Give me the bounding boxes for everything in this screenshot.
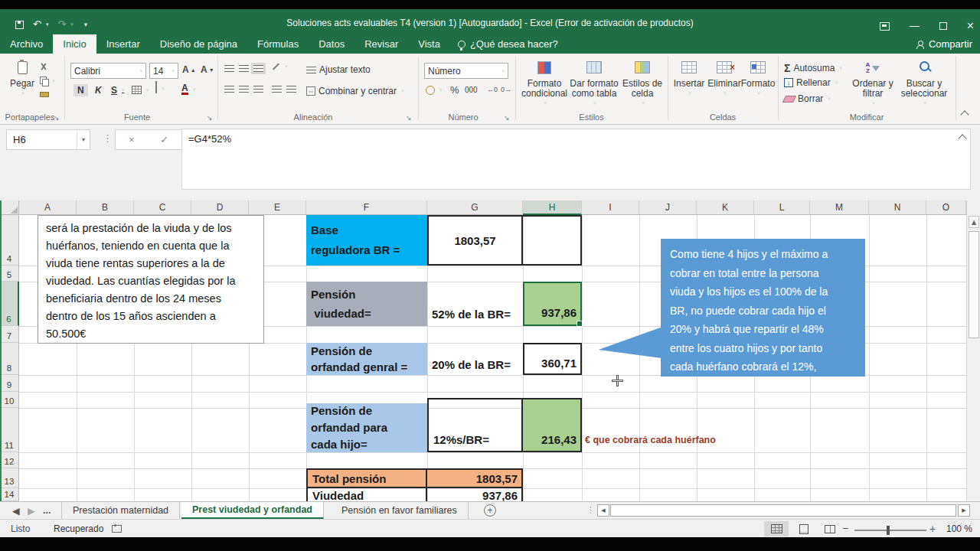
row-header-14[interactable]: 14 bbox=[0, 488, 19, 501]
callout-bubble[interactable]: Como tiene 4 hijos y el máximo a cobrar … bbox=[661, 239, 865, 377]
row-header-9[interactable]: 9 bbox=[0, 375, 19, 392]
maximize-icon[interactable] bbox=[939, 22, 947, 30]
autosum-button[interactable]: Σ Autosuma ▾ bbox=[784, 62, 842, 74]
paste-button[interactable]: Pegar ▾ bbox=[6, 61, 38, 99]
row-header-6[interactable]: 6 bbox=[0, 282, 19, 326]
column-header-l[interactable]: L bbox=[754, 201, 810, 215]
collapse-formula-bar-icon[interactable] bbox=[958, 134, 966, 142]
cell-f13-total-label[interactable]: Total pensión bbox=[306, 468, 427, 488]
column-header-a[interactable]: A bbox=[19, 201, 77, 215]
cell-i11-huerfano-note[interactable]: € que cobrará cada huérfano bbox=[585, 435, 716, 445]
collapse-ribbon-icon[interactable] bbox=[960, 110, 969, 119]
macro-record-icon[interactable] bbox=[112, 525, 122, 533]
cell-h11-hijo-value[interactable]: 216,43 bbox=[523, 398, 582, 452]
scroll-left-icon[interactable]: ◀ bbox=[597, 504, 609, 517]
fill-button[interactable]: ↓ Rellenar ▾ bbox=[784, 77, 838, 88]
cell-styles-button[interactable]: Estilos de celda▾ bbox=[620, 61, 665, 109]
column-header-g[interactable]: G bbox=[427, 201, 523, 215]
cell-f8-orfandad-label[interactable]: Pensión de orfandad genral = bbox=[306, 343, 427, 375]
merge-center-button[interactable]: ⇔ Combinar y centrar ▾ bbox=[306, 86, 404, 96]
zoom-slider-track[interactable] bbox=[854, 530, 926, 531]
column-header-j[interactable]: J bbox=[639, 201, 697, 215]
tab-revisar[interactable]: Revisar bbox=[354, 34, 408, 54]
cell-h4-empty[interactable] bbox=[523, 215, 582, 266]
column-header-i[interactable]: I bbox=[582, 201, 639, 215]
cancel-icon[interactable]: × bbox=[129, 134, 135, 145]
italic-button[interactable]: K bbox=[92, 84, 105, 96]
view-normal-button[interactable] bbox=[764, 521, 789, 536]
align-right-icon[interactable] bbox=[253, 86, 263, 93]
zoom-in-button[interactable]: + bbox=[929, 523, 936, 535]
find-select-button[interactable]: Buscar y seleccionar▾ bbox=[897, 61, 951, 109]
row-header-7[interactable]: 7 bbox=[0, 326, 19, 343]
increase-font-button[interactable]: A▲ bbox=[182, 64, 196, 75]
column-header-f[interactable]: F bbox=[306, 201, 427, 215]
borders-button[interactable]: ▾ bbox=[132, 86, 149, 94]
sort-filter-button[interactable]: AZ Ordenar y filtrar▾ bbox=[850, 61, 896, 109]
column-header-m[interactable]: M bbox=[810, 201, 869, 215]
fill-color-button[interactable]: ▾ bbox=[155, 84, 165, 93]
row-header-11[interactable]: 11 bbox=[0, 408, 19, 452]
tab-scroll-right-icon[interactable]: ▶ bbox=[28, 502, 35, 519]
align-center-icon[interactable] bbox=[239, 86, 249, 93]
column-header-h[interactable]: H bbox=[523, 201, 582, 215]
align-bottom-icon[interactable] bbox=[253, 65, 263, 72]
scroll-up-icon[interactable]: ▲ bbox=[969, 216, 979, 228]
bold-button[interactable]: N bbox=[74, 84, 88, 96]
column-header-c[interactable]: C bbox=[134, 201, 191, 215]
recovered-button[interactable]: Recuperado bbox=[54, 523, 103, 534]
row-header-8[interactable]: 8 bbox=[0, 343, 19, 375]
underline-button[interactable]: S▾ bbox=[108, 84, 128, 96]
align-left-icon[interactable] bbox=[224, 86, 234, 93]
fill-handle[interactable] bbox=[577, 321, 583, 327]
format-cells-button[interactable]: Formato▾ bbox=[741, 61, 775, 99]
dialog-launcher-icon[interactable]: ↘ bbox=[54, 114, 60, 122]
tell-me-box[interactable]: ¿Qué desea hacer? bbox=[450, 34, 566, 54]
increase-decimal-button[interactable]: ←0 bbox=[487, 86, 498, 93]
align-top-icon[interactable] bbox=[224, 65, 234, 72]
cell-f6-viudedad-label[interactable]: Pensión viudedad= bbox=[306, 282, 427, 326]
column-header-e[interactable]: E bbox=[249, 201, 306, 215]
column-header-k[interactable]: K bbox=[697, 201, 754, 215]
horizontal-scrollbar[interactable] bbox=[610, 504, 956, 517]
orientation-button[interactable]: ▾ bbox=[272, 64, 288, 70]
tab-insertar[interactable]: Insertar bbox=[96, 34, 150, 54]
cut-button[interactable] bbox=[40, 63, 47, 70]
cell-g13-total-value[interactable]: 1803,57 bbox=[427, 468, 523, 488]
sheet-tab-prest-viudedad-y-orfandad[interactable]: Prest viudedad y orfandad bbox=[181, 502, 324, 519]
row-header-12[interactable]: 12 bbox=[0, 452, 19, 468]
cell-f11-hijo-label[interactable]: Pensión de orfandad para cada hijo= bbox=[306, 403, 427, 452]
close-icon[interactable]: × bbox=[967, 20, 974, 32]
dialog-launcher-icon[interactable]: ↘ bbox=[406, 114, 412, 122]
tab-scroll-left-icon[interactable]: ◀ bbox=[12, 502, 20, 519]
sheet-tab-pension-en-favor-familiares[interactable]: Pensión en favor familiares bbox=[331, 502, 469, 519]
enter-icon[interactable]: ✓ bbox=[160, 134, 168, 145]
zoom-out-button[interactable]: − bbox=[842, 522, 848, 534]
wrap-text-button[interactable]: Ajustar texto bbox=[306, 64, 371, 75]
sheet-textbox[interactable]: será la prestación de la viuda y de los … bbox=[38, 215, 264, 344]
vertical-scrollbar[interactable]: ▲ bbox=[966, 201, 980, 501]
accounting-format-button[interactable]: ▾ bbox=[426, 86, 443, 95]
zoom-level[interactable]: 100 % bbox=[946, 523, 972, 534]
font-size-combo[interactable]: 14▾ bbox=[149, 63, 178, 79]
scrollbar-grip[interactable]: ⋮ bbox=[586, 505, 595, 515]
number-format-combo[interactable]: Número▾ bbox=[424, 63, 508, 79]
insert-cells-button[interactable]: Insertar▾ bbox=[672, 61, 706, 99]
format-painter-button[interactable] bbox=[40, 92, 49, 97]
cell-f14-viudedad-total-label[interactable]: Viudedad bbox=[306, 488, 427, 501]
name-box[interactable]: H6 ▾ bbox=[6, 129, 90, 150]
row-header-4[interactable]: 4 bbox=[0, 215, 19, 266]
zoom-slider-thumb[interactable] bbox=[887, 526, 890, 535]
cell-g8-orfandad-formula[interactable]: 20% de la BR= bbox=[427, 343, 523, 375]
column-header-b[interactable]: B bbox=[77, 201, 134, 215]
vertical-scrollbar-thumb[interactable] bbox=[969, 231, 979, 338]
dialog-launcher-icon[interactable]: ↘ bbox=[504, 114, 510, 122]
column-header-d[interactable]: D bbox=[191, 201, 249, 215]
dialog-launcher-icon[interactable]: ↘ bbox=[207, 114, 213, 122]
view-page-layout-button[interactable] bbox=[792, 521, 816, 536]
formula-input[interactable]: =G4*52% bbox=[181, 129, 971, 190]
tab-vista[interactable]: Vista bbox=[408, 34, 450, 54]
delete-cells-button[interactable]: × Eliminar▾ bbox=[707, 61, 741, 99]
increase-indent-icon[interactable] bbox=[286, 86, 296, 93]
cell-g14-viudedad-total-value[interactable]: 937,86 bbox=[427, 488, 523, 501]
